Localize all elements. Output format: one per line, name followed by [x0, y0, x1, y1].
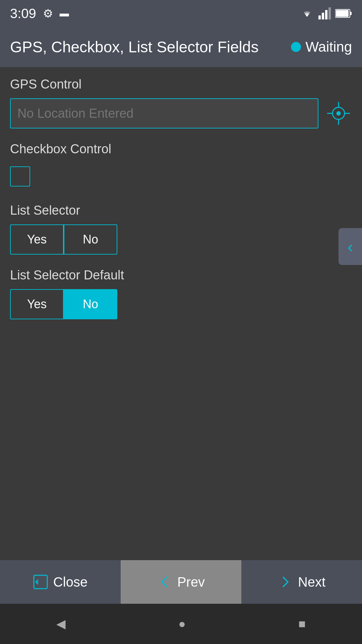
next-label: Next	[298, 575, 325, 590]
android-home-icon: ●	[178, 617, 186, 631]
collapse-icon: ‹	[348, 237, 353, 256]
checkbox-section: Checkbox Control	[10, 142, 352, 190]
signal-icon	[318, 7, 331, 19]
wifi-icon	[300, 7, 314, 19]
close-nav-icon	[33, 575, 48, 589]
main-content: GPS Control Checkbox Control	[0, 67, 362, 343]
list-selector-no-button[interactable]: No	[64, 224, 117, 255]
prev-button[interactable]: Prev	[121, 560, 241, 604]
list-selector-label: List Selector	[10, 203, 352, 218]
android-recents-icon: ■	[298, 617, 306, 631]
status-time: 3:09	[10, 6, 36, 21]
page-title: GPS, Checkbox, List Selector Fields	[10, 38, 258, 56]
close-label: Close	[53, 575, 87, 590]
android-home-button[interactable]: ●	[178, 617, 186, 631]
list-selector-yes-button[interactable]: Yes	[10, 224, 64, 255]
gps-section-label: GPS Control	[10, 77, 352, 92]
gps-input-row	[10, 98, 352, 128]
svg-point-8	[337, 112, 340, 115]
list-selector-default-yes-button[interactable]: Yes	[10, 289, 64, 319]
android-recents-button[interactable]: ■	[298, 617, 306, 631]
android-nav-bar: ◀ ● ■	[0, 604, 362, 644]
status-bar: 3:09 ⚙ ▬	[0, 0, 362, 27]
list-selector-yes-label: Yes	[27, 232, 47, 247]
bottom-nav: Close Prev Next	[0, 560, 362, 604]
list-selector-no-label: No	[83, 232, 98, 247]
svg-rect-2	[325, 10, 327, 19]
waiting-dot	[291, 42, 301, 52]
next-icon	[278, 575, 293, 589]
gps-target-icon	[327, 102, 350, 125]
list-selector-default-buttons: Yes No	[10, 289, 352, 319]
svg-rect-5	[350, 12, 352, 15]
gear-icon: ⚙	[43, 7, 53, 20]
gps-locate-button[interactable]	[325, 100, 352, 127]
gps-section: GPS Control	[10, 77, 352, 128]
android-back-button[interactable]: ◀	[56, 617, 66, 631]
status-left: 3:09 ⚙ ▬	[10, 6, 69, 21]
battery-icon	[335, 9, 352, 18]
svg-rect-6	[336, 10, 349, 17]
checkbox-section-label: Checkbox Control	[10, 142, 352, 156]
header-bar: GPS, Checkbox, List Selector Fields Wait…	[0, 27, 362, 67]
close-button[interactable]: Close	[0, 560, 121, 604]
list-selector-default-yes-label: Yes	[27, 297, 47, 311]
waiting-indicator: Waiting	[291, 39, 352, 55]
svg-rect-3	[328, 7, 331, 19]
checkbox-container	[10, 163, 352, 190]
list-selector-section: List Selector Yes No	[10, 203, 352, 255]
android-back-icon: ◀	[56, 617, 66, 631]
sim-icon: ▬	[60, 8, 69, 19]
collapse-button[interactable]: ‹	[339, 228, 362, 265]
prev-icon	[157, 575, 172, 589]
list-selector-default-no-label: No	[83, 297, 98, 311]
svg-rect-1	[322, 13, 324, 19]
checkbox-control[interactable]	[10, 166, 30, 186]
list-selector-default-section: List Selector Default Yes No	[10, 268, 352, 319]
svg-rect-0	[318, 15, 321, 19]
gps-input[interactable]	[10, 98, 318, 128]
list-selector-buttons: Yes No	[10, 224, 352, 255]
next-button[interactable]: Next	[241, 560, 362, 604]
status-right	[300, 7, 352, 19]
waiting-text: Waiting	[306, 39, 352, 55]
prev-label: Prev	[177, 575, 205, 590]
list-selector-default-label: List Selector Default	[10, 268, 352, 282]
list-selector-default-no-button[interactable]: No	[64, 289, 117, 319]
